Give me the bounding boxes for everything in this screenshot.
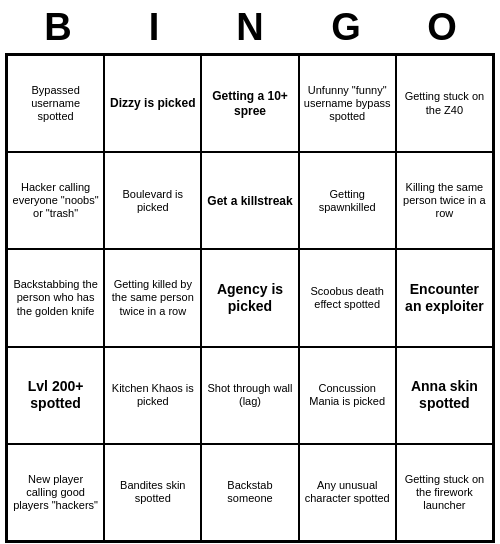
bingo-cell-11[interactable]: Getting killed by the same person twice …: [104, 249, 201, 346]
header-letter-i: I: [110, 6, 198, 49]
bingo-cell-3[interactable]: Unfunny "funny" username bypass spotted: [299, 55, 396, 152]
bingo-cell-19[interactable]: Anna skin spotted: [396, 347, 493, 444]
header-letter-b: B: [14, 6, 102, 49]
bingo-header: BINGO: [10, 0, 490, 53]
header-letter-o: O: [398, 6, 486, 49]
bingo-cell-2[interactable]: Getting a 10+ spree: [201, 55, 298, 152]
header-letter-g: G: [302, 6, 390, 49]
bingo-cell-14[interactable]: Encounter an exploiter: [396, 249, 493, 346]
bingo-cell-20[interactable]: New player calling good players "hackers…: [7, 444, 104, 541]
bingo-cell-1[interactable]: Dizzy is picked: [104, 55, 201, 152]
bingo-cell-7[interactable]: Get a killstreak: [201, 152, 298, 249]
header-letter-n: N: [206, 6, 294, 49]
bingo-cell-6[interactable]: Boulevard is picked: [104, 152, 201, 249]
bingo-cell-22[interactable]: Backstab someone: [201, 444, 298, 541]
bingo-cell-4[interactable]: Getting stuck on the Z40: [396, 55, 493, 152]
bingo-cell-21[interactable]: Bandites skin spotted: [104, 444, 201, 541]
bingo-cell-18[interactable]: Concussion Mania is picked: [299, 347, 396, 444]
bingo-cell-24[interactable]: Getting stuck on the firework launcher: [396, 444, 493, 541]
bingo-cell-12[interactable]: Agency is picked: [201, 249, 298, 346]
bingo-cell-0[interactable]: Bypassed username spotted: [7, 55, 104, 152]
bingo-cell-23[interactable]: Any unusual character spotted: [299, 444, 396, 541]
bingo-cell-16[interactable]: Kitchen Khaos is picked: [104, 347, 201, 444]
bingo-cell-10[interactable]: Backstabbing the person who has the gold…: [7, 249, 104, 346]
bingo-cell-9[interactable]: Killing the same person twice in a row: [396, 152, 493, 249]
bingo-cell-17[interactable]: Shot through wall (lag): [201, 347, 298, 444]
bingo-grid: Bypassed username spottedDizzy is picked…: [5, 53, 495, 543]
bingo-cell-13[interactable]: Scoobus death effect spotted: [299, 249, 396, 346]
bingo-cell-5[interactable]: Hacker calling everyone "noobs" or "tras…: [7, 152, 104, 249]
bingo-cell-15[interactable]: Lvl 200+ spotted: [7, 347, 104, 444]
bingo-cell-8[interactable]: Getting spawnkilled: [299, 152, 396, 249]
